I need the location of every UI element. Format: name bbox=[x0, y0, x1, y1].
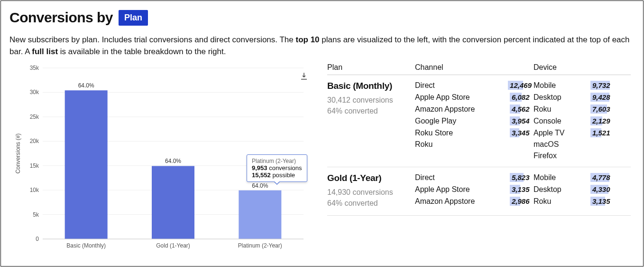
list-item: Mobile9,732 bbox=[534, 81, 614, 90]
list-item: Desktop4,330 bbox=[534, 185, 614, 194]
item-label: Desktop bbox=[534, 185, 590, 194]
value-badge: 4,330 bbox=[590, 185, 614, 194]
value-badge: 2,129 bbox=[590, 116, 614, 125]
tooltip-name: Platinum (2-Year) bbox=[252, 158, 302, 164]
item-label: macOS bbox=[534, 140, 614, 149]
svg-text:Gold (1-Year): Gold (1-Year) bbox=[156, 242, 190, 249]
value-badge: 9,428 bbox=[590, 93, 614, 102]
svg-text:Conversions (#): Conversions (#) bbox=[15, 134, 21, 174]
value-badge: 1,521 bbox=[590, 128, 614, 137]
breakdown-table[interactable]: Plan Channel Device Basic (Monthly)30,41… bbox=[327, 63, 635, 234]
item-label: Direct bbox=[415, 81, 508, 90]
list-item: Roku Store3,345 bbox=[415, 128, 534, 137]
desc-bold-2: full list bbox=[32, 47, 58, 56]
page-title: Conversions by bbox=[9, 10, 113, 26]
value-badge: 3,135 bbox=[510, 185, 534, 194]
chart-tooltip: Platinum (2-Year) 9,953 conversions 15,5… bbox=[247, 154, 307, 182]
svg-text:30k: 30k bbox=[30, 89, 39, 96]
plan-converted-pct: 64% converted bbox=[327, 106, 415, 116]
svg-text:64.0%: 64.0% bbox=[165, 158, 181, 165]
item-label: Amazon Appstore bbox=[415, 197, 510, 206]
list-item: Roku3,135 bbox=[534, 197, 614, 206]
item-label: Desktop bbox=[534, 93, 590, 102]
description: New subscribers by plan. Includes trial … bbox=[9, 34, 635, 57]
sublist: Direct5,823Apple App Store3,135Amazon Ap… bbox=[415, 173, 534, 209]
item-label: Google Play bbox=[415, 117, 510, 125]
plan-info: Basic (Monthly)30,412 conversions64% con… bbox=[327, 81, 415, 160]
plan-name: Gold (1-Year) bbox=[327, 173, 415, 183]
value-badge: 12,469 bbox=[508, 81, 534, 90]
svg-rect-20 bbox=[152, 166, 194, 239]
list-item: Apple TV1,521 bbox=[534, 128, 614, 137]
item-label: Mobile bbox=[534, 173, 590, 182]
value-badge: 5,823 bbox=[510, 173, 534, 182]
col-header-plan: Plan bbox=[327, 63, 415, 72]
header: Conversions by Plan bbox=[9, 10, 635, 26]
item-label: Roku Store bbox=[415, 129, 510, 137]
list-item: Roku7,603 bbox=[534, 105, 614, 114]
item-label: Apple App Store bbox=[415, 185, 510, 194]
tooltip-row-1: 9,953 conversions bbox=[252, 164, 302, 172]
list-item: Firefox bbox=[534, 152, 614, 160]
dimension-tag[interactable]: Plan bbox=[119, 10, 148, 26]
list-item: Desktop9,428 bbox=[534, 93, 614, 102]
report-card: Conversions by Plan New subscribers by p… bbox=[0, 0, 644, 267]
svg-rect-23 bbox=[239, 191, 281, 239]
plan-conversions: 14,930 conversions bbox=[327, 187, 415, 198]
svg-text:15k: 15k bbox=[30, 162, 39, 169]
value-badge: 4,778 bbox=[590, 173, 614, 182]
svg-text:35k: 35k bbox=[30, 65, 39, 71]
plan-name: Basic (Monthly) bbox=[327, 81, 415, 91]
list-item: Roku bbox=[415, 140, 534, 149]
col-header-channel: Channel bbox=[415, 63, 534, 72]
item-label: Roku bbox=[534, 105, 590, 114]
sublist: Mobile4,778Desktop4,330Roku3,135 bbox=[534, 173, 614, 209]
value-badge: 4,562 bbox=[510, 105, 534, 114]
list-item: Direct12,469 bbox=[415, 81, 534, 90]
svg-text:10k: 10k bbox=[30, 187, 39, 193]
value-badge: 3,954 bbox=[510, 116, 534, 125]
svg-text:Platinum (2-Year): Platinum (2-Year) bbox=[238, 242, 282, 249]
list-item: Console2,129 bbox=[534, 116, 614, 125]
item-label: Amazon Appstore bbox=[415, 105, 510, 114]
plan-converted-pct: 64% converted bbox=[327, 198, 415, 209]
item-label: Apple TV bbox=[534, 129, 590, 137]
plan-info: Gold (1-Year)14,930 conversions64% conve… bbox=[327, 173, 415, 209]
content-row: 05k10k15k20k25k30k35kConversions (#)64.0… bbox=[9, 63, 635, 255]
plan-conversions: 30,412 conversions bbox=[327, 95, 415, 105]
svg-text:20k: 20k bbox=[30, 138, 39, 145]
svg-text:5k: 5k bbox=[33, 211, 39, 218]
table-header-row: Plan Channel Device bbox=[327, 63, 631, 75]
svg-rect-17 bbox=[65, 90, 108, 239]
download-icon[interactable] bbox=[300, 72, 308, 82]
tooltip-row-2: 15,552 possible bbox=[252, 172, 302, 179]
chart-container: 05k10k15k20k25k30k35kConversions (#)64.0… bbox=[9, 63, 313, 255]
col-header-device: Device bbox=[534, 63, 619, 72]
value-badge: 3,345 bbox=[510, 128, 534, 137]
item-label: Roku bbox=[415, 140, 534, 149]
item-label: Firefox bbox=[534, 152, 614, 160]
table-row: Basic (Monthly)30,412 conversions64% con… bbox=[327, 75, 631, 167]
item-label: Mobile bbox=[534, 81, 590, 90]
table-row: Gold (1-Year)14,930 conversions64% conve… bbox=[327, 167, 631, 216]
list-item: Apple App Store6,082 bbox=[415, 93, 534, 102]
list-item: Amazon Appstore4,562 bbox=[415, 105, 534, 114]
value-badge: 3,135 bbox=[590, 197, 614, 206]
svg-text:64.0%: 64.0% bbox=[78, 82, 94, 89]
desc-bold-1: top 10 bbox=[295, 35, 319, 44]
value-badge: 2,986 bbox=[510, 197, 534, 206]
item-label: Console bbox=[534, 117, 590, 125]
value-badge: 9,732 bbox=[590, 81, 614, 90]
sublist: Direct12,469Apple App Store6,082Amazon A… bbox=[415, 81, 534, 160]
value-badge: 6,082 bbox=[510, 93, 534, 102]
list-item: Mobile4,778 bbox=[534, 173, 614, 182]
svg-text:Basic (Monthly): Basic (Monthly) bbox=[66, 242, 106, 249]
sublist: Mobile9,732Desktop9,428Roku7,603Console2… bbox=[534, 81, 614, 160]
table-body: Basic (Monthly)30,412 conversions64% con… bbox=[327, 75, 631, 216]
item-label: Direct bbox=[415, 173, 510, 182]
list-item: Google Play3,954 bbox=[415, 116, 534, 125]
item-label: Apple App Store bbox=[415, 93, 510, 102]
item-label: Roku bbox=[534, 197, 590, 206]
list-item: Direct5,823 bbox=[415, 173, 534, 182]
svg-text:25k: 25k bbox=[30, 114, 39, 120]
